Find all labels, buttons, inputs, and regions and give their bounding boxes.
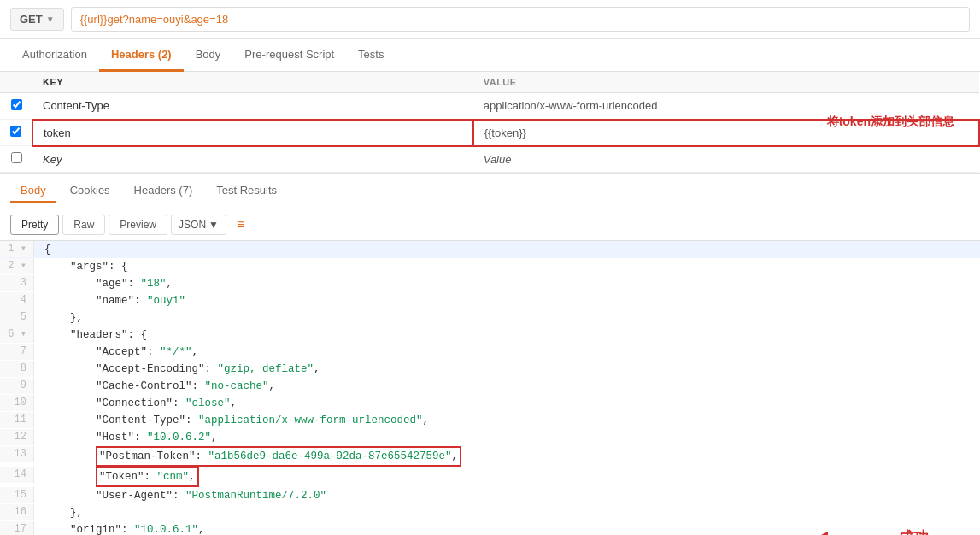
lc-14: "Token": "cnm",	[34, 467, 199, 487]
checkbox-placeholder[interactable]	[11, 152, 22, 163]
json-line-10: 10 "Connection": "close",	[0, 395, 980, 412]
col-value: VALUE	[473, 72, 979, 93]
lc-9: "Cache-Control": "no-cache",	[34, 378, 275, 395]
lc-8: "Accept-Encoding": "gzip, deflate",	[34, 361, 320, 378]
raw-btn[interactable]: Raw	[62, 215, 105, 235]
key-content-type: Content-Type	[32, 93, 473, 120]
ln-13: 13	[0, 446, 34, 462]
lc-10: "Connection": "close",	[34, 395, 237, 412]
json-line-12: 12 "Host": "10.0.6.2",	[0, 429, 980, 446]
ln-11: 11	[0, 412, 34, 428]
ln-10: 10	[0, 395, 34, 411]
check-cell-1[interactable]	[0, 93, 32, 120]
ln-8: 8	[0, 361, 34, 377]
success-annotation: 成功	[813, 521, 929, 535]
ln-17: 17	[0, 521, 34, 535]
lc-12: "Host": "10.0.6.2",	[34, 429, 218, 446]
lc-3: "age": "18",	[34, 275, 173, 292]
view-bar: Pretty Raw Preview JSON ▼ ≡	[0, 209, 980, 241]
resp-tab-cookies[interactable]: Cookies	[60, 179, 120, 203]
lc-7: "Accept": "*/*",	[34, 344, 198, 361]
tab-headers[interactable]: Headers (2)	[99, 39, 184, 72]
format-label: JSON	[179, 219, 206, 231]
method-arrow: ▼	[46, 15, 55, 24]
val-placeholder[interactable]: Value	[473, 146, 979, 173]
ln-12: 12	[0, 429, 34, 445]
key-token: token	[32, 120, 473, 146]
ln-7: 7	[0, 344, 34, 360]
json-line-13: 13 "Postman-Token": "a1b56de9-da6e-499a-…	[0, 446, 980, 467]
key-placeholder[interactable]: Key	[32, 146, 473, 173]
lc-6: "headers": {	[34, 326, 147, 344]
pretty-btn[interactable]: Pretty	[10, 215, 59, 235]
url-input[interactable]	[71, 7, 970, 32]
ln-2: 2 ▾	[0, 258, 34, 274]
lc-4: "name": "ouyi"	[34, 292, 185, 309]
tab-authorization[interactable]: Authorization	[10, 39, 99, 72]
checkbox-content-type[interactable]	[11, 99, 22, 110]
method-select[interactable]: GET ▼	[10, 8, 64, 31]
wrap-icon[interactable]: ≡	[237, 217, 244, 232]
request-tabs: Authorization Headers (2) Body Pre-reque…	[0, 39, 980, 72]
lc-16: },	[34, 504, 83, 521]
resp-tab-body[interactable]: Body	[10, 179, 56, 203]
format-select[interactable]: JSON ▼	[171, 215, 226, 235]
headers-section: KEY VALUE Content-Type application/x-www…	[0, 72, 980, 173]
main-container: GET ▼ Authorization Headers (2) Body Pre…	[0, 0, 980, 535]
ln-15: 15	[0, 487, 34, 503]
ln-3: 3	[0, 275, 34, 291]
tab-body[interactable]: Body	[184, 39, 233, 72]
tab-prerequest[interactable]: Pre-request Script	[232, 39, 346, 72]
json-line-11: 11 "Content-Type": "application/x-www-fo…	[0, 412, 980, 429]
col-key: KEY	[32, 72, 473, 93]
json-line-16: 16 },	[0, 504, 980, 521]
json-line-2: 2 ▾ "args": {	[0, 258, 980, 275]
json-line-15: 15 "User-Agent": "PostmanRuntime/7.2.0"	[0, 487, 980, 504]
lc-5: },	[34, 309, 83, 326]
col-check	[0, 72, 32, 93]
response-tabs-bar: Body Cookies Headers (7) Test Results	[0, 173, 980, 209]
format-arrow: ▼	[208, 219, 219, 231]
header-row-placeholder: Key Value	[0, 146, 979, 173]
json-line-14: 14 "Token": "cnm",	[0, 467, 980, 487]
ln-9: 9	[0, 378, 34, 394]
check-cell-2[interactable]	[0, 120, 32, 146]
json-line-4: 4 "name": "ouyi"	[0, 292, 980, 309]
ln-5: 5	[0, 309, 34, 326]
json-lines: 1 ▾ { 2 ▾ "args": { 3 "age": "18", 4 "na…	[0, 241, 980, 535]
tab-tests[interactable]: Tests	[346, 39, 396, 72]
success-arrow	[813, 521, 898, 535]
lc-2: "args": {	[34, 258, 128, 275]
json-line-8: 8 "Accept-Encoding": "gzip, deflate",	[0, 361, 980, 378]
lc-11: "Content-Type": "application/x-www-form-…	[34, 412, 429, 429]
lc-17: "origin": "10.0.6.1",	[34, 521, 205, 535]
lc-13: "Postman-Token": "a1b56de9-da6e-499a-92d…	[34, 446, 461, 467]
resp-tab-headers[interactable]: Headers (7)	[124, 179, 203, 203]
check-cell-3[interactable]	[0, 146, 32, 173]
json-line-6: 6 ▾ "headers": {	[0, 326, 980, 344]
json-output: 1 ▾ { 2 ▾ "args": { 3 "age": "18", 4 "na…	[0, 241, 980, 535]
json-line-7: 7 "Accept": "*/*",	[0, 344, 980, 361]
resp-tab-test-results[interactable]: Test Results	[206, 179, 287, 203]
json-line-1: 1 ▾ {	[0, 241, 980, 258]
lc-15: "User-Agent": "PostmanRuntime/7.2.0"	[34, 487, 326, 504]
ln-1: 1 ▾	[0, 241, 34, 257]
ln-4: 4	[0, 292, 34, 309]
json-line-3: 3 "age": "18",	[0, 275, 980, 292]
preview-btn[interactable]: Preview	[109, 215, 167, 235]
ln-6: 6 ▾	[0, 326, 34, 343]
success-text: 成功	[898, 526, 929, 535]
token-annotation: 将token添加到头部信息	[827, 115, 954, 130]
json-line-9: 9 "Cache-Control": "no-cache",	[0, 378, 980, 395]
json-line-5: 5 },	[0, 309, 980, 326]
ln-14: 14	[0, 467, 34, 483]
checkbox-token[interactable]	[10, 126, 21, 137]
request-bar: GET ▼	[0, 0, 980, 39]
ln-16: 16	[0, 504, 34, 520]
lc-1: {	[34, 241, 51, 258]
method-label: GET	[20, 13, 43, 26]
